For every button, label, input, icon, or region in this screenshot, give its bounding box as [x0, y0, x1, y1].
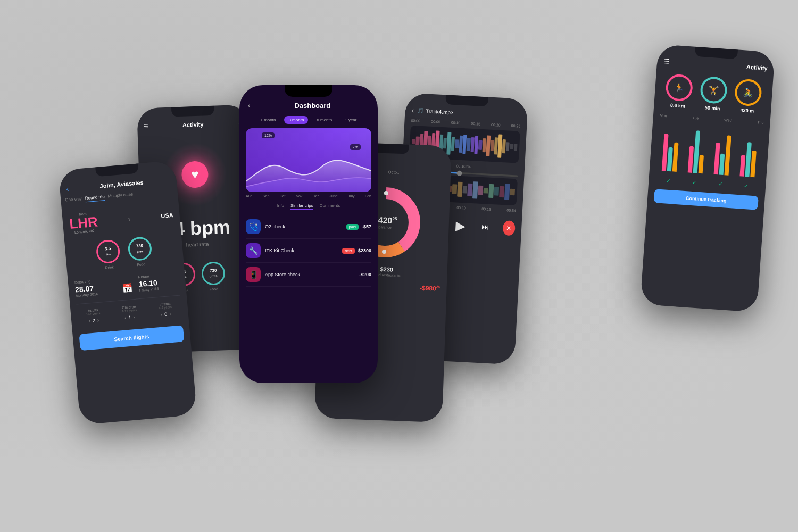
to-code: USA	[161, 212, 173, 219]
day-thu: Thu	[757, 120, 764, 124]
tx-name-o2: O2 check	[265, 224, 346, 229]
flight-passengers: Adults 16+ years ‹ 2 › Children 4-16 yea…	[70, 297, 189, 328]
chart-line-svg	[246, 149, 371, 192]
flight-back-icon[interactable]: ‹	[66, 185, 69, 193]
balance-cents: 25	[392, 217, 397, 221]
play-button[interactable]: ▶	[453, 217, 468, 234]
return-block: Return 16.10 Friday 2016	[138, 272, 179, 293]
food-val: 730grms	[136, 244, 144, 254]
heart-title: Activity	[148, 120, 237, 129]
lift-icon: 🏋	[708, 85, 719, 95]
phone-dashboard: ‹ Dashboard 1 month 3 month 6 month 1 ye…	[239, 85, 378, 383]
route-arrow: ›	[101, 212, 158, 226]
adults-decrement[interactable]: ‹	[88, 318, 90, 323]
check-tue: ✓	[692, 179, 697, 186]
food-label-heart: Food	[202, 287, 226, 292]
transactions-list: 🩺 O2 check paid -$57 🔧 ITK Kit Check deb…	[239, 212, 378, 290]
time-25: 00:25	[511, 124, 521, 128]
check-thu: ✓	[744, 183, 749, 189]
children-counter: ‹ 1 ›	[114, 313, 146, 321]
dashboard-bottom-tabs: Info Similar clips Comments	[239, 200, 378, 212]
tab-6month[interactable]: 6 month	[312, 116, 336, 124]
infants-decrement[interactable]: ‹	[160, 311, 162, 317]
music-back-icon[interactable]: ‹	[411, 106, 414, 114]
heart-label: heart rate	[186, 241, 209, 247]
music-note-icon: 🎵	[417, 107, 424, 114]
search-flights-button[interactable]: Search flights	[79, 325, 184, 351]
infants-increment[interactable]: ›	[169, 311, 171, 317]
food-stat: 730grms Food	[201, 261, 226, 292]
food-circle: 730grms Food	[127, 236, 153, 268]
tx-icon-o2: 🩺	[246, 219, 261, 234]
continue-tracking-button[interactable]: Continue tracking	[654, 189, 759, 210]
dashboard-tabs: 1 month 3 month 6 month 1 year	[239, 114, 378, 128]
month-nov: Nov	[296, 194, 302, 198]
lift-ring: 🏋	[700, 76, 728, 104]
time-0: 00:00	[411, 119, 420, 123]
infants-counter: ‹ 0 ›	[149, 310, 182, 318]
check-mon: ✓	[666, 178, 671, 184]
close-button[interactable]: ✕	[502, 220, 516, 236]
lift-value: 50 min	[699, 105, 726, 112]
tab-info[interactable]: Info	[277, 202, 284, 210]
time-10: 00:10	[451, 121, 461, 125]
children-decrement[interactable]: ‹	[124, 314, 127, 320]
drink-val: 3.5litre	[105, 246, 112, 257]
tx-amount-app: -$200	[359, 272, 371, 277]
fast-forward-button[interactable]: ⏭	[478, 218, 493, 236]
dashboard-back-icon[interactable]: ‹	[248, 101, 251, 110]
drink-ring-flight: 3.5litre	[95, 239, 121, 264]
tab-1year[interactable]: 1 year	[340, 116, 361, 124]
stats-tab-october[interactable]: Octo...	[385, 168, 404, 177]
time-20: 00:20	[491, 123, 501, 127]
infants-block: Infants < 4 years ‹ 0 ›	[149, 301, 182, 318]
day-wed: Wed	[724, 118, 732, 122]
btime-54: 00:54	[506, 209, 516, 213]
bike-icon: 🚴	[743, 87, 754, 98]
flight-tab-oneway[interactable]: One way	[65, 196, 82, 204]
month-sep: Sep	[263, 194, 269, 198]
run-icon: 🏃	[674, 82, 685, 93]
tx-icon-app: 📱	[246, 267, 261, 282]
activity-bar-chart	[650, 119, 770, 180]
transaction-appstore: 📱 App Store check -$200	[246, 263, 371, 287]
adults-increment[interactable]: ›	[97, 317, 99, 323]
tx-name-itk: ITK Kit Check	[265, 248, 342, 253]
tab-comments[interactable]: Comments	[320, 202, 340, 210]
tx-badge-paid: paid	[346, 224, 359, 230]
tab-similar-clips[interactable]: Similar clips	[290, 202, 313, 210]
activity-menu-icon[interactable]: ☰	[663, 57, 670, 65]
tx-badge-debt: debt	[342, 248, 355, 254]
heart-icon: ♥	[181, 161, 209, 188]
bike-ring: 🚴	[734, 78, 762, 106]
calendar-icon[interactable]: 📅	[121, 282, 133, 294]
progress-dot[interactable]	[456, 170, 462, 176]
btime-10: 00:10	[456, 206, 466, 210]
flight-tab-roundtrip[interactable]: Round trip	[85, 194, 105, 202]
lift-ring-item: 🏋 50 min	[699, 76, 728, 112]
children-increment[interactable]: ›	[133, 314, 135, 320]
heart-menu-icon[interactable]: ☰	[144, 123, 148, 129]
tx-name-app: App Store check	[265, 272, 359, 277]
phone-flight: ‹ John, Aviasales One way Round trip Mul…	[59, 160, 197, 425]
children-block: Children 4-16 years ‹ 1 ›	[113, 304, 146, 321]
phone-dashboard-notch	[285, 85, 332, 97]
depart-block: Departing 28.07 Monday 2016	[74, 277, 116, 298]
activity-rings: 🏃 8.6 km 🏋 50 min 🚴 420 m	[654, 69, 774, 119]
tab-1month[interactable]: 1 month	[256, 116, 280, 124]
bar-group-thu	[739, 142, 757, 177]
bar-group-tue	[687, 130, 705, 174]
flight-to: USA	[161, 212, 173, 219]
month-oct: Oct	[280, 194, 286, 198]
music-title: Track4.mp3	[426, 108, 521, 119]
expense-value: -$98025	[420, 284, 440, 292]
children-value: 1	[128, 314, 131, 320]
month-feb: Feb	[365, 194, 371, 198]
day-mon: Mon	[660, 113, 667, 118]
tab-3month[interactable]: 3 month	[284, 116, 308, 124]
food-lbl: Food	[129, 262, 153, 268]
tx-amount-itk: $2300	[358, 248, 371, 253]
transaction-o2check: 🩺 O2 check paid -$57	[246, 215, 371, 239]
bar-group-mon	[661, 134, 679, 172]
tx-amount-o2: -$57	[362, 224, 371, 229]
